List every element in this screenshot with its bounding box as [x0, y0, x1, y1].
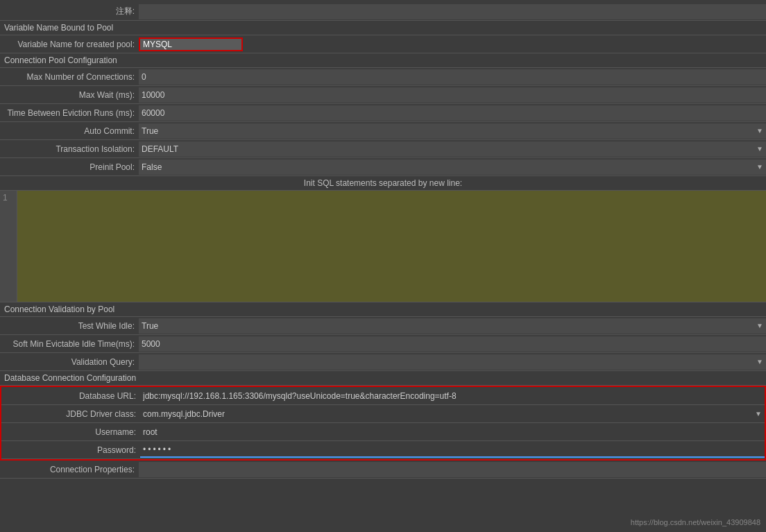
- conn-properties-label: Connection Properties:: [0, 465, 139, 474]
- time-between-eviction-label: Time Between Eviction Runs (ms):: [0, 108, 139, 118]
- validation-query-input[interactable]: [139, 354, 766, 370]
- watermark: https://blog.csdn.net/weixin_43909848: [631, 518, 760, 526]
- username-label: Username:: [1, 427, 140, 437]
- variable-name-bound-section: Variable Name Bound to Pool: [0, 21, 766, 35]
- username-input[interactable]: [140, 424, 765, 440]
- transaction-isolation-label: Transaction Isolation:: [0, 144, 139, 154]
- test-while-idle-select[interactable]: True False: [139, 318, 766, 334]
- jdbc-driver-label: JDBC Driver class:: [1, 409, 140, 419]
- auto-commit-select[interactable]: True False: [139, 123, 766, 139]
- conn-properties-input[interactable]: [139, 462, 766, 477]
- preinit-pool-label: Preinit Pool:: [0, 162, 139, 172]
- time-between-eviction-input[interactable]: [139, 105, 766, 121]
- soft-min-evictable-label: Soft Min Evictable Idle Time(ms):: [0, 339, 139, 349]
- db-config-bordered-section: Database URL: JDBC Driver class: com.mys…: [0, 386, 766, 461]
- soft-min-evictable-input[interactable]: [139, 336, 766, 352]
- preinit-pool-select[interactable]: False True: [139, 160, 766, 175]
- annotation-row: 注释:: [0, 3, 766, 21]
- sql-editor[interactable]: [17, 191, 766, 302]
- password-row: Password:: [1, 441, 765, 459]
- max-connections-row: Max Number of Connections:: [0, 68, 766, 86]
- password-input[interactable]: [140, 443, 765, 458]
- test-while-idle-select-wrapper: True False ▼: [139, 318, 766, 334]
- max-connections-input[interactable]: [139, 69, 766, 85]
- database-url-label: Database URL:: [1, 391, 140, 401]
- variable-name-created-input[interactable]: [139, 37, 243, 51]
- annotation-input[interactable]: [139, 4, 766, 19]
- line-number-area: 1: [0, 191, 17, 302]
- database-url-input[interactable]: [140, 388, 765, 404]
- max-wait-row: Max Wait (ms):: [0, 86, 766, 104]
- preinit-pool-select-wrapper: False True ▼: [139, 160, 766, 175]
- conn-validation-section: Connection Validation by Pool: [0, 302, 766, 317]
- time-between-eviction-row: Time Between Eviction Runs (ms):: [0, 104, 766, 122]
- transaction-isolation-select[interactable]: DEFAULT NONE READ_COMMITTED READ_UNCOMMI…: [139, 141, 766, 157]
- preinit-pool-row: Preinit Pool: False True ▼: [0, 158, 766, 176]
- init-sql-label-row: Init SQL statements separated by new lin…: [0, 176, 766, 191]
- username-row: Username:: [1, 423, 765, 441]
- auto-commit-row: Auto Commit: True False ▼: [0, 122, 766, 140]
- main-form: 注释: Variable Name Bound to Pool Variable…: [0, 0, 766, 481]
- conn-pool-config-section: Connection Pool Configuration: [0, 53, 766, 68]
- database-url-row: Database URL:: [1, 387, 765, 405]
- soft-min-evictable-row: Soft Min Evictable Idle Time(ms):: [0, 335, 766, 353]
- sql-container: 1: [0, 191, 766, 302]
- test-while-idle-label: Test While Idle:: [0, 321, 139, 331]
- jdbc-driver-select-wrapper: com.mysql.jdbc.Driver ▼: [140, 406, 765, 422]
- password-label: Password:: [1, 445, 140, 455]
- max-wait-input[interactable]: [139, 87, 766, 103]
- validation-query-label: Validation Query:: [0, 357, 139, 367]
- auto-commit-label: Auto Commit:: [0, 126, 139, 136]
- max-wait-label: Max Wait (ms):: [0, 90, 139, 100]
- auto-commit-select-wrapper: True False ▼: [139, 123, 766, 139]
- db-conn-config-section: Database Connection Configuration: [0, 371, 766, 386]
- transaction-isolation-select-wrapper: DEFAULT NONE READ_COMMITTED READ_UNCOMMI…: [139, 141, 766, 157]
- transaction-isolation-row: Transaction Isolation: DEFAULT NONE READ…: [0, 140, 766, 158]
- variable-name-created-label: Variable Name for created pool:: [0, 40, 139, 49]
- annotation-label: 注释:: [0, 6, 139, 17]
- variable-name-created-row: Variable Name for created pool:: [0, 35, 766, 53]
- max-connections-label: Max Number of Connections:: [0, 72, 139, 82]
- test-while-idle-row: Test While Idle: True False ▼: [0, 317, 766, 335]
- validation-query-row: Validation Query: ▼: [0, 353, 766, 371]
- conn-properties-row: Connection Properties:: [0, 461, 766, 479]
- jdbc-driver-select[interactable]: com.mysql.jdbc.Driver: [140, 406, 765, 422]
- validation-query-select-wrapper: ▼: [139, 354, 766, 370]
- jdbc-driver-row: JDBC Driver class: com.mysql.jdbc.Driver…: [1, 405, 765, 423]
